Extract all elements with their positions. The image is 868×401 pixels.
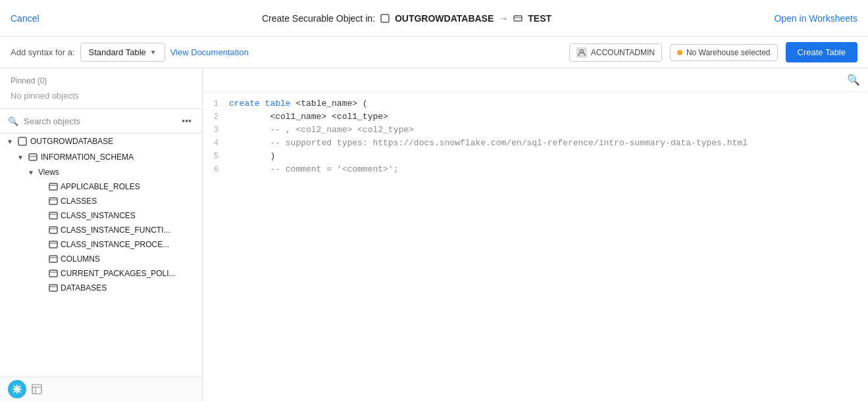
more-options-button[interactable]: ••• bbox=[179, 114, 194, 128]
table-type-dropdown[interactable]: Standard Table ▼ bbox=[80, 43, 165, 62]
tree-label-outgrowdatabase: OUTGROWDATABASE bbox=[30, 137, 113, 146]
toolbar-left: Add syntax for a: Standard Table ▼ View … bbox=[11, 43, 559, 62]
svg-rect-4 bbox=[18, 137, 26, 145]
svg-rect-19 bbox=[49, 270, 57, 277]
view-icon bbox=[49, 197, 58, 205]
svg-rect-13 bbox=[49, 227, 57, 233]
line-number: 6 bbox=[203, 163, 229, 176]
editor-toolbar: 🔍 bbox=[203, 68, 868, 92]
code-editor[interactable]: 1 create table <table_name> ( 2 <col1_na… bbox=[203, 92, 868, 401]
svg-rect-9 bbox=[49, 198, 57, 204]
tree-item-class-instances[interactable]: CLASS_INSTANCES bbox=[0, 208, 202, 223]
view-icon bbox=[49, 241, 58, 248]
code-line-4: 4 -- supported types: https://docs.snowf… bbox=[203, 137, 868, 150]
account-icon bbox=[576, 47, 587, 58]
line-number: 1 bbox=[203, 97, 229, 110]
svg-rect-15 bbox=[49, 241, 57, 248]
view-icon bbox=[49, 226, 58, 234]
tree-item-class-instance-proce[interactable]: CLASS_INSTANCE_PROCE... bbox=[0, 237, 202, 252]
view-icon bbox=[49, 183, 58, 191]
line-content: -- , <col2_name> <col2_type> bbox=[229, 124, 414, 137]
tree-toggle: ▼ bbox=[5, 138, 14, 145]
tree-label-databases: DATABASES bbox=[61, 283, 107, 293]
svg-rect-1 bbox=[514, 16, 522, 21]
tree-item-current-packages-poli[interactable]: CURRENT_PACKAGES_POLI... bbox=[0, 266, 202, 281]
code-line-3: 3 -- , <col2_name> <col2_type> bbox=[203, 124, 868, 137]
cancel-button[interactable]: Cancel bbox=[11, 13, 39, 24]
tree-label-current-packages-poli: CURRENT_PACKAGES_POLI... bbox=[61, 269, 176, 278]
view-icon bbox=[49, 284, 58, 292]
view-icon bbox=[49, 255, 58, 263]
database-icon bbox=[380, 14, 390, 23]
view-icon bbox=[49, 270, 58, 277]
schema-icon bbox=[513, 14, 523, 23]
svg-rect-11 bbox=[49, 212, 57, 219]
line-number: 3 bbox=[203, 124, 229, 137]
object-tree: ▼ OUTGROWDATABASE ▼ INFORMATION_SCHEMA ▼… bbox=[0, 133, 202, 377]
schema-tree-icon bbox=[28, 152, 38, 162]
view-documentation-link[interactable]: View Documentation bbox=[170, 47, 249, 57]
tree-item-class-instance-functi[interactable]: CLASS_INSTANCE_FUNCTI... bbox=[0, 223, 202, 237]
chevron-down-icon: ▼ bbox=[150, 49, 157, 56]
tree-label-information-schema: INFORMATION_SCHEMA bbox=[41, 153, 134, 162]
tree-item-views[interactable]: ▼ Views bbox=[0, 165, 202, 179]
line-number: 2 bbox=[203, 110, 229, 124]
svg-rect-21 bbox=[49, 285, 57, 291]
create-table-button[interactable]: Create Table bbox=[786, 42, 857, 62]
tree-item-databases[interactable]: DATABASES bbox=[0, 281, 202, 295]
pinned-section: Pinned (0) No pinned objects bbox=[0, 68, 202, 109]
toolbar-right: ACCOUNTADMIN No Warehouse selected Creat… bbox=[569, 42, 857, 62]
tree-item-outgrowdatabase[interactable]: ▼ OUTGROWDATABASE bbox=[0, 133, 202, 149]
tree-item-columns[interactable]: COLUMNS bbox=[0, 252, 202, 266]
tree-item-classes[interactable]: CLASSES bbox=[0, 194, 202, 208]
line-number: 5 bbox=[203, 150, 229, 163]
search-section[interactable]: 🔍 Search objects ••• bbox=[0, 109, 202, 133]
editor-area: 🔍 1 create table <table_name> ( 2 <col1_… bbox=[203, 68, 868, 401]
code-line-5: 5 ) bbox=[203, 150, 868, 163]
account-badge: ACCOUNTADMIN bbox=[569, 43, 662, 62]
tree-label-class-instances: CLASS_INSTANCES bbox=[61, 211, 136, 220]
tree-toggle: ▼ bbox=[16, 154, 25, 161]
top-bar: Cancel Create Securable Object in: OUTGR… bbox=[0, 0, 868, 37]
line-content: -- supported types: https://docs.snowfla… bbox=[229, 137, 748, 150]
view-icon bbox=[49, 212, 58, 220]
main-layout: Pinned (0) No pinned objects 🔍 Search ob… bbox=[0, 68, 868, 401]
tree-label-views: Views bbox=[38, 168, 59, 177]
warehouse-status-dot bbox=[677, 50, 682, 55]
database-tree-icon bbox=[17, 136, 28, 147]
add-syntax-label: Add syntax for a: bbox=[11, 47, 75, 57]
toolbar: Add syntax for a: Standard Table ▼ View … bbox=[0, 37, 868, 68]
search-editor-button[interactable]: 🔍 bbox=[847, 74, 860, 86]
open-worksheets-button[interactable]: Open in Worksheets bbox=[774, 13, 857, 24]
line-content: -- comment = '<comment>'; bbox=[229, 163, 398, 176]
line-number: 4 bbox=[203, 137, 229, 150]
svg-rect-7 bbox=[49, 183, 57, 190]
pinned-header: Pinned (0) bbox=[11, 76, 191, 85]
no-pinned-text: No pinned objects bbox=[11, 91, 191, 101]
code-line-1: 1 create table <table_name> ( bbox=[203, 97, 868, 110]
table-icon bbox=[32, 384, 42, 394]
tree-label-classes: CLASSES bbox=[61, 197, 97, 206]
snowflake-logo bbox=[8, 380, 26, 398]
line-content: create table <table_name> ( bbox=[229, 97, 368, 110]
line-content: ) bbox=[229, 150, 275, 163]
search-icon: 🔍 bbox=[8, 116, 18, 126]
search-input[interactable]: Search objects bbox=[24, 116, 174, 126]
line-content: <col1_name> <col1_type> bbox=[229, 110, 388, 124]
tree-label-class-instance-proce: CLASS_INSTANCE_PROCE... bbox=[61, 240, 169, 249]
code-line-6: 6 -- comment = '<comment>'; bbox=[203, 163, 868, 176]
svg-rect-17 bbox=[49, 256, 57, 262]
svg-rect-0 bbox=[381, 14, 389, 22]
sidebar-bottom-bar bbox=[0, 377, 202, 401]
tree-label-columns: COLUMNS bbox=[61, 254, 100, 264]
svg-rect-27 bbox=[32, 385, 41, 394]
page-title: Create Securable Object in: OUTGROWDATAB… bbox=[262, 13, 551, 24]
sidebar: Pinned (0) No pinned objects 🔍 Search ob… bbox=[0, 68, 203, 401]
tree-item-information-schema[interactable]: ▼ INFORMATION_SCHEMA bbox=[0, 149, 202, 165]
tree-item-applicable-roles[interactable]: APPLICABLE_ROLES bbox=[0, 179, 202, 194]
tree-label-class-instance-functi: CLASS_INSTANCE_FUNCTI... bbox=[61, 225, 170, 235]
svg-rect-5 bbox=[29, 154, 37, 160]
tree-label-applicable-roles: APPLICABLE_ROLES bbox=[61, 182, 140, 191]
warehouse-badge: No Warehouse selected bbox=[670, 44, 778, 61]
tree-toggle: ▼ bbox=[26, 169, 36, 176]
